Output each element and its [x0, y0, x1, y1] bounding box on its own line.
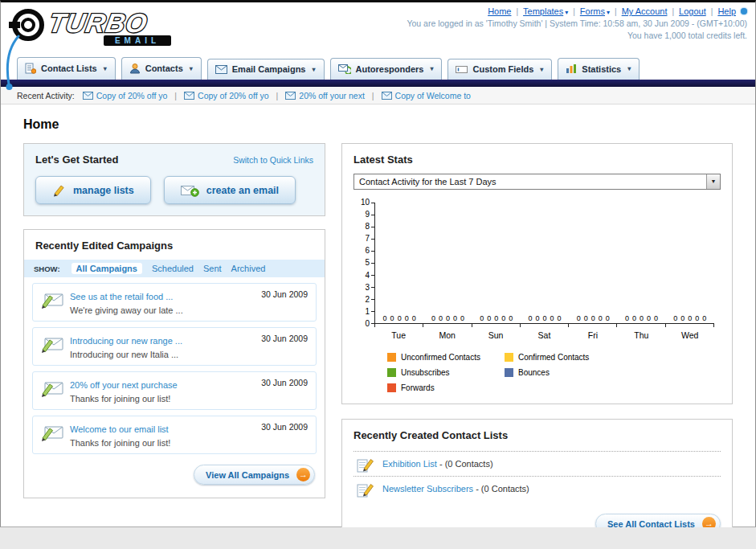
show-label: SHOW: [34, 264, 60, 273]
legend-swatch [387, 368, 396, 377]
y-tick-label: 2 [353, 296, 374, 304]
top-nav: Home|Templates▾|Forms▾|My Account|Logout… [488, 6, 736, 16]
stats-range-select[interactable]: Contact Activity for the Last 7 Days ▼ [353, 174, 721, 190]
bar-group: 00000 [617, 203, 665, 323]
x-tick-label: Wed [666, 330, 714, 340]
chart-legend: Unconfirmed ContactsConfirmed ContactsUn… [353, 353, 721, 392]
bar-group: 00000 [666, 203, 714, 323]
session-info: You are logged in as 'Timothy Smith' | S… [407, 18, 747, 30]
top-link-help[interactable]: Help [717, 6, 736, 16]
recent-activity-link[interactable]: 20% off your next [285, 91, 365, 100]
bar-value-label: 0 [702, 314, 706, 322]
legend-label: Unconfirmed Contacts [401, 353, 480, 362]
create-email-button[interactable]: create an email [164, 176, 296, 204]
y-tick-label: 7 [353, 235, 374, 243]
filter-scheduled[interactable]: Scheduled [152, 264, 194, 273]
tab-statistics[interactable]: Statistics▾ [558, 58, 640, 80]
bar-value-label: 0 [584, 314, 588, 322]
filter-archived[interactable]: Archived [231, 264, 266, 273]
email-icon [184, 92, 194, 100]
bar-value-label: 0 [640, 314, 644, 322]
y-tick-label: 1 [353, 308, 374, 316]
top-link-my-account[interactable]: My Account [622, 6, 668, 16]
bar-value-label: 0 [390, 314, 394, 322]
arrow-right-icon: → [296, 468, 310, 481]
tab-contact-lists[interactable]: Contact Lists▾ [17, 57, 116, 80]
campaign-subtitle: Thanks for joining our list! [70, 438, 247, 448]
campaign-title-link[interactable]: See us at the retail food ... [70, 292, 173, 301]
latest-stats-panel: Latest Stats Contact Activity for the La… [341, 143, 733, 404]
campaign-row: 20% off your next purchaseThanks for joi… [32, 371, 317, 410]
top-link-forms[interactable]: Forms▾ [580, 6, 610, 16]
email-icon [83, 92, 93, 100]
top-header: TURBO EMAIL Home|Templates▾|Forms▾|My Ac… [1, 2, 755, 52]
get-started-panel: Let's Get Started Switch to Quick Links … [23, 143, 325, 216]
contact-list-row: Exhibition List - (0 Contacts) [353, 451, 721, 476]
bar-value-label: 0 [528, 314, 532, 322]
campaign-pencil-icon [39, 423, 65, 442]
top-link-home[interactable]: Home [488, 6, 511, 16]
campaign-title-link[interactable]: Welcome to our email list [70, 424, 169, 434]
bar-value-label: 0 [542, 314, 546, 322]
y-tick-label: 3 [353, 284, 374, 292]
bar-value-label: 0 [383, 314, 387, 322]
bar-value-label: 0 [591, 314, 595, 322]
bar-value-label: 0 [494, 314, 498, 322]
legend-item-unconfirmed-contacts: Unconfirmed Contacts [387, 353, 505, 362]
bar-value-label: 0 [606, 314, 610, 322]
chevron-down-icon: ▼ [706, 174, 720, 189]
contact-list-link[interactable]: Newsletter Subscribers [382, 484, 473, 494]
tab-email-campaigns[interactable]: Email Campaigns▾ [207, 59, 325, 80]
chart-y-axis: 109876543210 [353, 199, 374, 328]
bar-value-label: 0 [480, 314, 484, 322]
email-plus-icon [181, 183, 199, 197]
legend-swatch [505, 368, 513, 377]
tab-label: Email Campaigns [232, 64, 306, 74]
recent-activity-link[interactable]: Copy of 20% off yo [83, 91, 168, 100]
tab-contacts[interactable]: Contacts▾ [121, 57, 202, 80]
chevron-down-icon: ▾ [190, 65, 193, 72]
legend-swatch [387, 353, 396, 362]
campaign-title-link[interactable]: Introducing our new range ... [70, 336, 182, 346]
tab-custom-fields[interactable]: Custom Fields▾ [447, 59, 552, 80]
x-tick-label: Sun [472, 330, 520, 340]
filter-sent[interactable]: Sent [203, 264, 222, 273]
list-pencil-icon [357, 457, 376, 473]
tab-autoresponders[interactable]: Autoresponders▾ [330, 58, 443, 80]
switch-quick-links-link[interactable]: Switch to Quick Links [233, 155, 313, 165]
bar-value-label: 0 [680, 314, 684, 322]
recent-activity-link[interactable]: Copy of Welcome to [382, 91, 471, 100]
recent-activity-link[interactable]: Copy of 20% off yo [184, 91, 269, 100]
email-campaigns-icon [215, 65, 227, 74]
top-link-logout[interactable]: Logout [679, 6, 706, 16]
y-tick-label: 6 [353, 247, 374, 255]
contact-list-link[interactable]: Exhibition List [382, 459, 437, 469]
app-logo[interactable]: TURBO EMAIL [7, 6, 212, 52]
contact-lists-icon [25, 63, 36, 74]
x-tick-label: Sat [520, 330, 568, 340]
svg-text:TURBO: TURBO [47, 8, 150, 38]
recent-activity-text: 20% off your next [299, 91, 365, 100]
nav-divider-bar [1, 80, 755, 87]
separator: | [615, 7, 617, 16]
contact-list-detail: - (0 Contacts) [473, 484, 529, 494]
campaign-title-link[interactable]: 20% off your next purchase [70, 380, 178, 390]
create-email-label: create an email [206, 185, 279, 196]
legend-swatch [505, 353, 513, 362]
campaign-date: 30 Jun 2009 [261, 289, 308, 299]
chart-x-axis: TueMonSunSatFriThuWed [374, 330, 714, 340]
chevron-down-icon: ▾ [430, 65, 433, 72]
contact-list-row: Newsletter Subscribers - (0 Contacts) [353, 476, 721, 501]
manage-lists-button[interactable]: manage lists [35, 176, 151, 204]
bar-group: 00000 [472, 203, 521, 323]
bar-value-label: 0 [405, 314, 409, 322]
bar-value-label: 0 [446, 314, 450, 322]
filter-all-campaigns[interactable]: All Campaigns [72, 263, 142, 274]
chart-plot: 00000000000000000000000000000000000 [374, 203, 714, 324]
separator: | [516, 7, 518, 16]
campaign-pencil-icon [39, 290, 65, 309]
autoresponders-icon [338, 64, 351, 74]
top-link-templates[interactable]: Templates▾ [523, 6, 568, 16]
bar-value-label: 0 [673, 314, 677, 322]
view-all-campaigns-button[interactable]: View All Campaigns → [194, 465, 315, 485]
